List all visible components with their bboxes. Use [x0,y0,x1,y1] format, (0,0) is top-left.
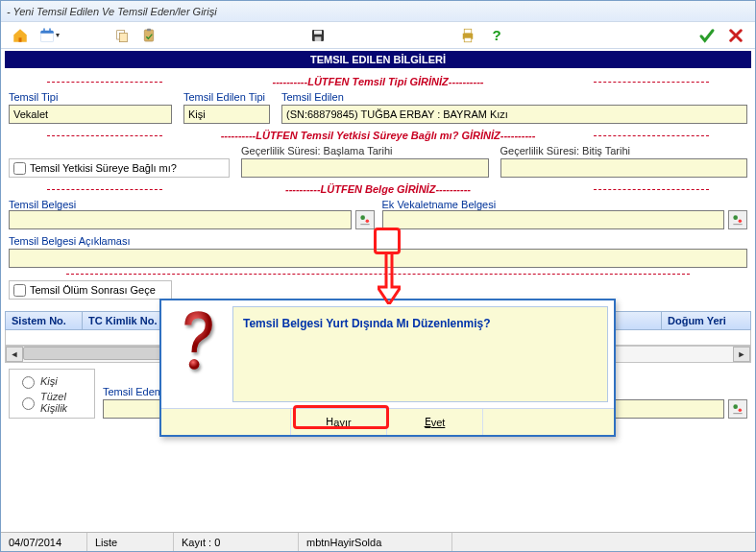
toolbar: ▾ ? [1,22,755,49]
save-icon[interactable] [306,25,329,46]
calendar-icon[interactable]: ▾ [37,25,61,46]
status-empty [452,533,755,551]
help-icon[interactable]: ? [485,25,508,46]
dialog-spacer-right [483,409,614,435]
col-dogum[interactable]: Doğum Yeri [662,312,750,329]
temsil-belgesi-label: Temsil Belgesi [9,199,76,210]
svg-rect-9 [314,30,322,34]
section-temsil-tipi: ----------LÜTFEN Temsil Tipi GİRİNİZ----… [9,76,747,87]
status-mode: Liste [87,533,174,551]
baslama-input[interactable] [241,158,489,178]
evet-button[interactable]: E̲vet [387,409,483,435]
temsil-edilen-tipi-label: Temsil Edilen Tipi [183,91,270,103]
spacer-label [9,145,230,156]
dialog-spacer [161,409,291,435]
temsil-eden-browse-button[interactable] [728,399,747,419]
home-icon[interactable] [9,25,32,46]
radio-kisi-label: Kişi [40,375,58,387]
close-icon[interactable] [724,25,747,46]
copy-icon[interactable] [110,25,134,46]
section-yetki: ----------LÜTFEN Temsil Yetkisi Süreye B… [9,130,747,141]
window-titlebar: - Yeni Temsil Edilen Ve Temsil Eden/ler … [1,1,755,22]
svg-point-17 [739,219,743,223]
print-icon[interactable] [456,25,479,46]
divider [66,274,690,275]
radio-tuzel-input[interactable] [22,397,35,410]
statusbar: 04/07/2014 Liste Kayıt : 0 mbtnHayirSold… [1,532,755,551]
ek-vekaletname-browse-button[interactable] [728,210,747,229]
entity-type-radiogroup: Kişi Tüzel Kişilik [9,369,95,419]
scroll-left-button[interactable]: ◄ [6,347,23,362]
temsil-tipi-label: Temsil Tipi [9,91,172,103]
svg-rect-3 [49,28,51,32]
olum-sonrasi-label: Temsil Ölüm Sonrası Geçe [30,284,156,296]
ek-vekaletname-input[interactable] [382,210,725,229]
form-body: ----------LÜTFEN Temsil Tipi GİRİNİZ----… [1,68,755,309]
baslama-label: Geçerlilik Süresi: Başlama Tarihi [241,145,489,156]
radio-kisi[interactable]: Kişi [17,373,86,389]
svg-point-15 [365,219,369,223]
section-header: TEMSIL EDILEN BİLGİLERİ [5,51,751,68]
svg-point-18 [733,404,738,409]
svg-rect-5 [119,33,127,41]
svg-rect-7 [147,28,151,31]
dialog-button-row: H̲ayır E̲vet [161,408,614,435]
ek-vekaletname-label: Ek Vekaletname Belgesi [382,199,497,210]
radio-tuzel-label: Tüzel Kişilik [40,391,86,414]
bitis-label: Geçerlilik Süresi: Bitiş Tarihi [500,145,748,156]
temsil-edilen-input[interactable] [281,105,747,124]
status-date: 04/07/2014 [1,533,87,551]
radio-tuzel[interactable]: Tüzel Kişilik [17,391,86,414]
question-mark-icon [167,306,223,383]
hayir-button[interactable]: H̲ayır [291,409,387,435]
sureye-bagli-input[interactable] [13,162,26,175]
svg-rect-6 [144,30,153,41]
svg-rect-10 [315,36,322,41]
status-btn-name: mbtnHayirSolda [299,533,452,551]
temsil-tipi-input[interactable] [9,105,172,124]
window-title: - Yeni Temsil Edilen Ve Temsil Eden/ler … [7,6,217,17]
svg-point-20 [189,359,200,370]
olum-sonrasi-input[interactable] [13,284,26,297]
svg-point-16 [733,215,738,220]
radio-kisi-input[interactable] [22,376,35,389]
aciklama-label: Temsil Belgesi Açıklaması [9,235,747,247]
svg-point-19 [739,408,743,412]
dialog-question-text: Temsil Belgesi Yurt Dışında Mı Düzenlenm… [232,306,608,402]
temsil-edilen-label: Temsil Edilen [281,91,747,103]
temsil-belgesi-browse-button[interactable] [355,210,375,229]
status-kayit: Kayıt : 0 [174,533,299,551]
bitis-input[interactable] [500,158,748,178]
sureye-bagli-checkbox[interactable]: Temsil Yetkisi Süreye Bağlı mı? [9,158,230,178]
temsil-belgesi-input[interactable] [9,210,352,229]
svg-point-14 [360,215,365,220]
scroll-right-button[interactable]: ► [733,347,750,362]
svg-rect-12 [464,29,472,34]
col-sistem-no[interactable]: Sistem No. [6,312,83,329]
sureye-bagli-label: Temsil Yetkisi Süreye Bağlı mı? [30,162,177,174]
svg-rect-2 [43,28,45,32]
confirm-icon[interactable] [695,25,719,46]
section-belge: ----------LÜTFEN Belge GİRİNİZ---------- [9,183,747,195]
app-window: - Yeni Temsil Edilen Ve Temsil Eden/ler … [0,0,756,552]
olum-sonrasi-checkbox[interactable]: Temsil Ölüm Sonrası Geçe [9,280,172,300]
svg-rect-13 [464,37,472,42]
aciklama-input[interactable] [9,249,747,268]
confirm-dialog: Temsil Belgesi Yurt Dışında Mı Düzenlenm… [159,299,616,437]
paste-icon[interactable] [137,25,160,46]
svg-rect-1 [40,33,54,41]
temsil-edilen-tipi-input[interactable] [183,105,270,124]
